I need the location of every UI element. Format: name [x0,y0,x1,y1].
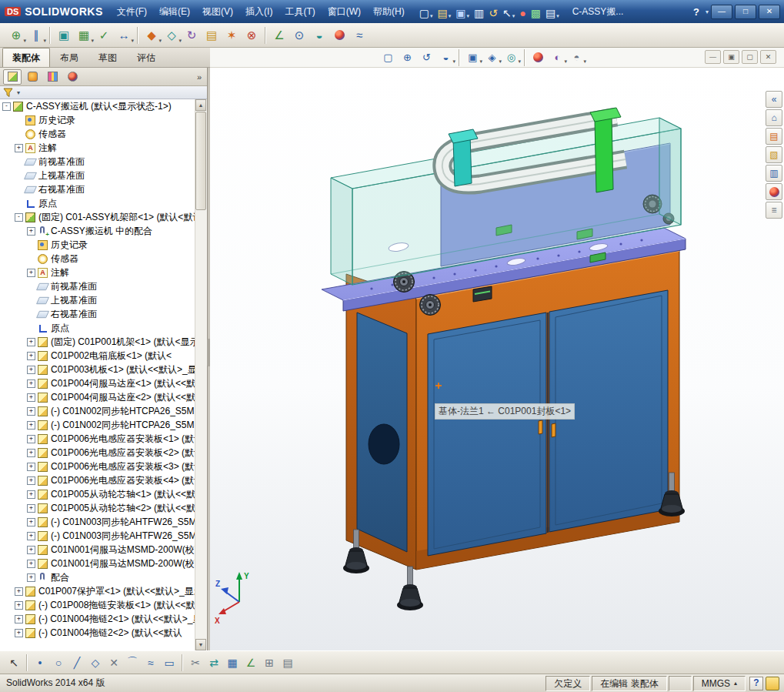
scroll-up-icon[interactable]: ▲ [195,99,206,111]
motion-study-icon[interactable]: ↻ [182,25,202,45]
command-tab[interactable]: 装配体 [2,48,50,67]
panel-overflow-chevron[interactable]: » [192,72,204,82]
tree-item[interactable]: + (-) C01N004拖链2<2> (默认<<默认 [0,626,195,640]
command-tab[interactable]: 评估 [127,48,165,67]
mirror-tool-icon[interactable]: ⇄ [205,654,223,672]
leveling-foot[interactable] [397,567,423,610]
point-tool-icon[interactable]: • [31,654,49,672]
measure-icon[interactable]: ∠ [269,25,289,45]
scrollbar-thumb[interactable] [195,112,206,210]
command-tab[interactable]: 布局 [50,48,88,67]
view-settings-icon[interactable]: ◓ ▾ [567,48,586,66]
tree-item[interactable]: 传感器 [0,127,195,141]
expand-toggle[interactable]: + [27,560,35,568]
tree-item[interactable]: + C01P007保护罩<1> (默认<<默认>_显示 [0,584,195,598]
tree-item[interactable]: + C01P002电箱底板<1> (默认< [0,349,195,363]
expand-toggle[interactable]: + [27,407,35,416]
tree-item[interactable]: + C01P006光电感应器安装板<3> (默认 [0,460,195,473]
door-left[interactable] [428,313,546,556]
tree-item[interactable]: + C01P006光电感应器安装板<2> (默认 [0,446,195,460]
expand-toggle[interactable]: + [15,587,23,596]
new-document-icon[interactable]: ▢ ▾ [417,2,435,21]
status-tag-icon[interactable] [766,677,779,690]
scroll-down-icon[interactable]: ▼ [195,639,206,650]
app-close-button[interactable]: ✕ [759,5,780,19]
tree-item[interactable]: 原点 [0,321,195,335]
tree-item[interactable]: - (固定) C01-ASSY机架部<1> (默认<默认_ [0,210,195,224]
line-tool-icon[interactable]: ╱ [68,654,86,672]
previous-view-icon[interactable]: ↺ [417,48,436,66]
doc-restore-icon[interactable]: ▣ [723,50,739,64]
help-caret-icon[interactable]: ▾ [706,8,709,15]
tree-filter-bar[interactable]: ▾ [0,86,207,99]
expand-toggle[interactable]: + [27,476,35,485]
tree-item[interactable]: 右视基准面 [0,182,195,196]
filter-caret-icon[interactable]: ▾ [17,89,20,96]
expand-toggle[interactable]: - [2,102,11,111]
expand-toggle[interactable]: + [27,573,35,582]
whats-new-icon[interactable]: ▩ [529,2,543,21]
interference-detection-icon[interactable]: ⊗ [242,25,262,45]
mate-icon[interactable]: ∥ ▾ [26,25,46,45]
polygon-tool-icon[interactable]: ◇ [86,654,105,672]
doc-maximize-icon[interactable]: ▢ [742,50,758,64]
tree-scrollbar[interactable]: ▲ ▼ [195,99,207,650]
arc-tool-icon[interactable]: ⌒ [123,654,142,672]
graphics-area[interactable]: 基体-法兰1 ← C01P001封板<1> « ⌂ ▤ ▧ ▥ ● [210,68,784,650]
zoom-area-icon[interactable]: ⊕ [398,48,417,66]
section-icon[interactable]: ◒ [309,25,329,45]
expand-toggle[interactable]: + [27,352,35,360]
expand-toggle[interactable]: + [27,546,35,554]
featuremanager-tab[interactable] [3,69,22,85]
app-minimize-button[interactable]: — [711,5,732,19]
move-component-icon[interactable]: ↔ ▾ [114,25,134,45]
pattern-tool-icon[interactable]: ▦ [223,654,242,672]
hide-show-items-icon[interactable]: ◎ ▾ [502,48,521,66]
tree-item[interactable]: 历史记录 [0,113,195,127]
tree-item[interactable]: + C01P004伺服马达座<1> (默认<<默认 [0,376,195,390]
menu-item[interactable]: 插入(I) [239,2,279,22]
tree-item[interactable]: + (-) C01N002同步轮HTCPA26_S5M150_ [0,404,195,418]
menu-item[interactable]: 窗口(W) [322,2,367,22]
smart-fasteners-icon[interactable]: ✓ [94,25,114,45]
grid-tool-icon[interactable]: ⊞ [260,654,279,672]
record-icon[interactable]: ● [517,2,528,21]
spline-tool-icon[interactable]: ≈ [142,654,160,672]
appearances-scenes-icon[interactable]: ● [766,183,782,200]
expand-toggle[interactable]: + [15,629,23,637]
apply-scene-icon[interactable]: ◐ ▾ [548,48,567,66]
undo-icon[interactable]: ↺ [486,2,500,21]
tree-item[interactable]: + (-) C01N004拖链2<1> (默认<<默认>_显 [0,612,195,626]
expand-toggle[interactable]: + [27,227,35,236]
expand-toggle[interactable]: + [15,144,23,152]
table-tool-icon[interactable]: ▤ [279,654,297,672]
tree-item[interactable]: + C01P006光电感应器安装板<1> (默认 [0,432,195,446]
expand-toggle[interactable]: + [27,393,35,402]
assembly-features-icon[interactable]: ◆ ▾ [142,25,162,45]
expand-toggle[interactable]: + [15,601,23,610]
tree-item[interactable]: + C01P003机板<1> (默认<<默认>_显 [0,363,195,376]
units-selector[interactable]: MMGS ▴ [693,676,746,691]
expand-toggle[interactable]: + [27,421,35,430]
expand-toggle[interactable]: + [27,366,35,374]
simulation-icon[interactable]: ≈ [349,25,369,45]
open-icon[interactable]: ▤ ▾ [435,2,453,21]
edit-component-icon[interactable]: ▣ [54,25,74,45]
tree-item[interactable]: + (-) C01N003同步轮AHTFW26_S5M150_ [0,529,195,543]
configurationmanager-tab[interactable] [43,69,62,85]
menu-item[interactable]: 编辑(E) [153,2,196,22]
appearance-ball-icon[interactable]: ● [329,25,349,45]
tree-item[interactable]: + 配合 [0,570,195,584]
angle-dimension-icon[interactable]: ∠ [242,654,260,672]
design-library-icon[interactable]: ▤ [766,128,782,145]
display-style-icon[interactable]: ◈ ▾ [482,48,502,66]
help-button[interactable]: ? [689,6,703,18]
custom-properties-icon[interactable]: ≡ [766,202,782,219]
expand-toggle[interactable]: - [15,213,23,222]
tree-item[interactable]: + C01N001伺服马达MSMD-200W(校下)< [0,557,195,570]
menu-item[interactable]: 文件(F) [111,2,153,22]
expand-toggle[interactable]: + [27,490,35,499]
tree-item[interactable]: 原点 [0,196,195,210]
expand-toggle[interactable]: + [27,518,35,527]
tree-item[interactable]: + (固定) C01P001机架<1> (默认<显示 [0,335,195,349]
